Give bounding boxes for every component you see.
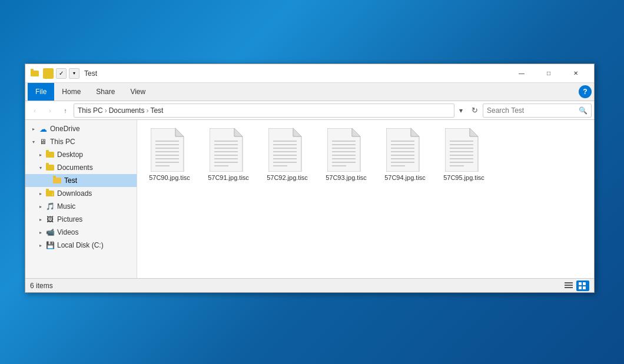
svg-marker-51 (470, 128, 478, 136)
file-icon (268, 128, 306, 172)
sidebar-item-pictures[interactable]: 🖼 Pictures (25, 213, 137, 226)
main-content: ☁ OneDrive 🖥 This PC Desktop Documents (25, 120, 594, 278)
file-name: 57C92.jpg.tisc (267, 174, 308, 181)
file-name: 57C90.jpg.tisc (149, 174, 190, 181)
view-buttons (562, 280, 589, 291)
file-name: 57C93.jpg.tisc (326, 174, 367, 181)
forward-button[interactable]: › (43, 103, 57, 118)
file-icon (327, 128, 365, 172)
computer-icon: 🖥 (38, 137, 48, 146)
search-input[interactable] (487, 106, 576, 115)
svg-rect-60 (565, 282, 573, 283)
svg-rect-62 (565, 287, 573, 288)
close-button[interactable]: ✕ (562, 64, 589, 83)
maximize-button[interactable]: □ (535, 64, 562, 83)
expand-arrow (37, 242, 44, 249)
document-icon (151, 128, 188, 172)
window-title: Test (84, 69, 508, 78)
svg-rect-64 (583, 282, 586, 285)
quick-access-toolbar: ✓ ▾ (43, 68, 79, 79)
file-item[interactable]: 57C91.jpg.tisc (202, 126, 255, 183)
downloads-folder-icon: ↓ (45, 189, 55, 198)
sidebar: ☁ OneDrive 🖥 This PC Desktop Documents (25, 120, 137, 278)
sidebar-item-label: Desktop (57, 151, 83, 159)
item-count: 6 items (30, 282, 562, 290)
file-item[interactable]: 57C93.jpg.tisc (320, 126, 373, 183)
title-bar: ✓ ▾ Test — □ ✕ (25, 64, 594, 83)
sidebar-item-label: Documents (57, 163, 93, 172)
svg-rect-66 (583, 286, 586, 289)
tab-file[interactable]: File (28, 83, 54, 101)
sidebar-item-label: OneDrive (50, 125, 80, 133)
large-icons-view-icon (579, 282, 587, 289)
folder-icon (31, 71, 39, 76)
sidebar-item-label: Music (57, 202, 75, 211)
file-explorer-window: ✓ ▾ Test — □ ✕ File Home Share View ? (25, 64, 595, 293)
sidebar-item-onedrive[interactable]: ☁ OneDrive (25, 122, 137, 135)
window-icon (30, 69, 39, 78)
file-item[interactable]: 57C92.jpg.tisc (261, 126, 314, 183)
folder-icon (45, 150, 55, 159)
tab-share[interactable]: Share (88, 83, 122, 101)
minimize-button[interactable]: — (508, 64, 535, 83)
qat-folder-icon (45, 71, 51, 75)
sidebar-item-label: This PC (50, 138, 75, 146)
ribbon: File Home Share View ? (25, 83, 594, 101)
svg-marker-1 (175, 128, 184, 136)
search-icon: 🔍 (579, 106, 588, 115)
document-icon (386, 128, 424, 172)
sidebar-item-label: Test (64, 176, 77, 185)
status-bar: 6 items (25, 278, 594, 292)
videos-icon: 📹 (45, 228, 55, 237)
svg-marker-41 (411, 128, 419, 136)
document-icon (327, 128, 365, 172)
svg-marker-21 (293, 128, 301, 136)
svg-marker-31 (352, 128, 360, 136)
svg-marker-11 (234, 128, 243, 136)
qat-dropdown-btn[interactable]: ▾ (69, 68, 79, 79)
large-icons-view-button[interactable] (576, 280, 589, 291)
qat-folder-btn[interactable] (43, 68, 54, 79)
file-name: 57C95.jpg.tisc (443, 174, 484, 181)
expand-arrow (44, 177, 51, 184)
refresh-button[interactable]: ↻ (467, 103, 482, 118)
file-icon (386, 128, 424, 172)
sidebar-item-localdisk[interactable]: 💾 Local Disk (C:) (25, 239, 137, 252)
up-button[interactable]: ↑ (58, 103, 72, 118)
svg-rect-61 (565, 285, 573, 286)
file-item[interactable]: 57C95.jpg.tisc (437, 126, 490, 183)
sidebar-item-downloads[interactable]: ↓ Downloads (25, 187, 137, 200)
back-button[interactable]: ‹ (28, 103, 42, 118)
sidebar-item-test[interactable]: Test (25, 174, 137, 187)
details-view-button[interactable] (562, 280, 575, 291)
tab-view[interactable]: View (122, 83, 153, 101)
address-dropdown[interactable]: ▾ (456, 103, 466, 118)
address-path[interactable]: This PC › Documents › Test (74, 103, 454, 118)
file-icon (445, 128, 483, 172)
document-icon (210, 128, 247, 172)
path-part1: This PC (78, 106, 103, 115)
file-icon (151, 128, 188, 172)
search-box[interactable]: 🔍 (483, 103, 592, 118)
folder-icon (45, 163, 55, 172)
file-icon (210, 128, 247, 172)
tab-home[interactable]: Home (54, 83, 88, 101)
sidebar-item-documents[interactable]: Documents (25, 161, 137, 174)
sidebar-item-music[interactable]: 🎵 Music (25, 200, 137, 213)
window-controls: — □ ✕ (508, 64, 589, 83)
file-name: 57C91.jpg.tisc (208, 174, 249, 181)
qat-undo-btn[interactable]: ✓ (56, 68, 67, 79)
help-button[interactable]: ? (579, 85, 592, 98)
sidebar-item-thispc[interactable]: 🖥 This PC (25, 135, 137, 148)
svg-rect-65 (579, 286, 582, 289)
sidebar-item-label: Pictures (57, 215, 82, 223)
expand-arrow (37, 164, 44, 171)
expand-arrow (30, 125, 37, 132)
sidebar-item-videos[interactable]: 📹 Videos (25, 226, 137, 239)
sidebar-item-desktop[interactable]: Desktop (25, 148, 137, 161)
svg-rect-63 (579, 282, 582, 285)
expand-arrow (30, 138, 37, 145)
files-grid: 57C90.jpg.tisc 57C91.jpg.tisc (143, 126, 588, 183)
file-item[interactable]: 57C94.jpg.tisc (379, 126, 432, 183)
file-item[interactable]: 57C90.jpg.tisc (143, 126, 196, 183)
